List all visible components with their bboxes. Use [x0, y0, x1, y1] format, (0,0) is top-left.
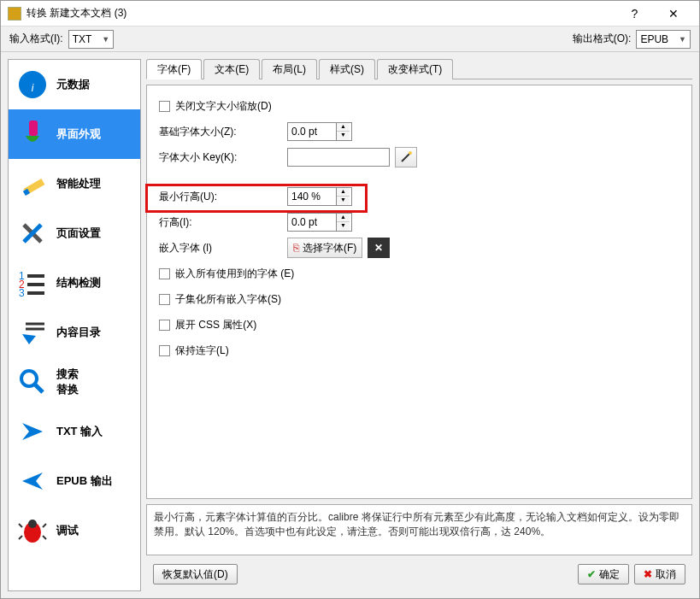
keep-ligatures-checkbox[interactable]: [159, 345, 170, 356]
right-column: 字体(F) 文本(E) 布局(L) 样式(S) 改变样式(T) 关闭文字大小缩放…: [146, 59, 692, 591]
svg-text:3: 3: [19, 287, 25, 298]
base-font-spinbox[interactable]: ▲▼: [287, 122, 352, 141]
svg-line-19: [19, 536, 22, 539]
output-format-combo[interactable]: EPUB ▼: [636, 30, 691, 49]
format-bar: 输入格式(I): TXT ▼ 输出格式(O): EPUB ▼: [1, 26, 699, 52]
spin-up-icon[interactable]: ▲: [337, 214, 350, 222]
sidebar-item-label: 页面设置: [56, 226, 101, 241]
chevron-down-icon: ▼: [102, 35, 109, 44]
wand-icon: [399, 150, 413, 164]
font-key-input[interactable]: [287, 148, 390, 167]
sidebar-item-label: 元数据: [56, 77, 90, 92]
svg-line-17: [19, 524, 22, 527]
disable-rescale-checkbox[interactable]: [159, 101, 170, 112]
close-button[interactable]: ✕: [654, 2, 692, 26]
ok-label: 确定: [599, 567, 620, 582]
svg-rect-2: [29, 120, 38, 136]
embed-all-checkbox[interactable]: [159, 268, 170, 279]
window-title: 转换 新建文本文档 (3): [26, 6, 615, 21]
main-area: i 元数据 界面外观 智能处理 页面设置: [1, 52, 699, 598]
spin-down-icon[interactable]: ▼: [337, 197, 350, 205]
subset-all-checkbox[interactable]: [159, 294, 170, 305]
sidebar-item-label: 界面外观: [56, 126, 101, 142]
font-file-icon: ⎘: [293, 242, 299, 254]
restore-label: 恢复默认值(D): [162, 567, 228, 582]
sidebar-item-debug[interactable]: 调试: [9, 506, 140, 555]
spin-up-icon[interactable]: ▲: [337, 123, 350, 132]
app-icon: [8, 7, 21, 21]
sidebar-item-search-replace[interactable]: 搜索 替换: [9, 357, 140, 407]
select-font-button[interactable]: ⎘ 选择字体(F): [287, 238, 362, 258]
svg-line-21: [402, 153, 410, 161]
svg-text:i: i: [32, 82, 34, 94]
sidebar-item-heuristic[interactable]: 智能处理: [9, 159, 140, 208]
min-line-spinbox[interactable]: ▲▼: [287, 187, 352, 206]
output-format-value: EPUB: [640, 33, 668, 45]
svg-point-16: [28, 520, 37, 528]
sidebar-item-label: TXT 输入: [56, 424, 103, 439]
brush-icon: [15, 117, 50, 151]
expand-css-label: 展开 CSS 属性(X): [175, 318, 256, 332]
tab-style[interactable]: 样式(S): [319, 59, 375, 79]
form-panel: 关闭文字大小缩放(D) 基础字体大小(Z): ▲▼ 字体大小 Key(K):: [146, 85, 692, 499]
line-height-label: 行高(I):: [159, 215, 287, 230]
sidebar: i 元数据 界面外观 智能处理 页面设置: [8, 59, 141, 591]
keep-ligatures-label: 保持连字(L): [175, 344, 229, 358]
tab-layout[interactable]: 布局(L): [262, 59, 317, 79]
check-icon: ✔: [587, 568, 596, 580]
base-font-label: 基础字体大小(Z):: [159, 125, 287, 139]
sidebar-item-structure[interactable]: 123 结构检测: [9, 258, 140, 308]
cross-icon: ✖: [644, 568, 652, 580]
clear-icon: ✕: [374, 242, 383, 254]
spin-down-icon[interactable]: ▼: [337, 132, 350, 140]
pencil-icon: [15, 167, 50, 201]
sidebar-item-label: 结构检测: [56, 275, 101, 291]
base-font-input[interactable]: [288, 126, 336, 138]
help-button[interactable]: ?: [615, 2, 654, 26]
restore-defaults-button[interactable]: 恢复默认值(D): [153, 564, 238, 584]
wizard-button[interactable]: [395, 147, 417, 167]
font-key-label: 字体大小 Key(K):: [159, 150, 287, 165]
sidebar-item-page-setup[interactable]: 页面设置: [9, 208, 140, 258]
info-icon: i: [15, 68, 50, 102]
list-icon: 123: [15, 266, 50, 300]
line-height-input[interactable]: [288, 216, 336, 228]
sidebar-item-txt-input[interactable]: TXT 输入: [9, 407, 140, 456]
sidebar-item-label: EPUB 输出: [56, 473, 113, 489]
chevron-down-icon: ▼: [679, 35, 686, 44]
svg-point-22: [409, 151, 412, 155]
tab-transform[interactable]: 改变样式(T): [377, 59, 453, 79]
help-text: 最小行高，元素字体计算值的百分比。calibre 将保证行中所有元素至少有此高度…: [154, 511, 679, 537]
sidebar-item-label: 搜索 替换: [56, 367, 79, 397]
search-icon: [15, 365, 50, 399]
cancel-button[interactable]: ✖ 取消: [634, 564, 685, 584]
ok-button[interactable]: ✔ 确定: [578, 564, 629, 584]
input-format-combo[interactable]: TXT ▼: [68, 30, 115, 49]
clear-font-button[interactable]: ✕: [368, 238, 390, 258]
tools-icon: [15, 216, 50, 250]
subset-all-label: 子集化所有嵌入字体(S): [175, 292, 281, 307]
min-line-input[interactable]: [288, 191, 336, 203]
tab-text[interactable]: 文本(E): [203, 59, 260, 79]
input-format-value: TXT: [73, 33, 92, 45]
disable-rescale-label: 关闭文字大小缩放(D): [175, 99, 272, 114]
sidebar-item-label: 调试: [56, 523, 79, 538]
tab-font[interactable]: 字体(F): [146, 59, 202, 79]
tab-strip: 字体(F) 文本(E) 布局(L) 样式(S) 改变样式(T): [146, 59, 692, 79]
line-height-spinbox[interactable]: ▲▼: [287, 213, 352, 232]
bottom-bar: 恢复默认值(D) ✔ 确定 ✖ 取消: [146, 561, 692, 591]
sidebar-item-metadata[interactable]: i 元数据: [9, 60, 140, 109]
spin-up-icon[interactable]: ▲: [337, 188, 350, 197]
cancel-label: 取消: [656, 567, 676, 582]
sidebar-item-look-feel[interactable]: 界面外观: [9, 109, 140, 159]
spin-down-icon[interactable]: ▼: [337, 222, 350, 231]
output-format-label: 输出格式(O):: [573, 32, 632, 46]
svg-line-14: [34, 384, 43, 392]
svg-line-20: [43, 536, 46, 539]
arrow-right-icon: [15, 414, 50, 449]
sidebar-item-label: 内容目录: [56, 325, 101, 340]
sidebar-item-toc[interactable]: 内容目录: [9, 308, 140, 357]
sidebar-item-epub-output[interactable]: EPUB 输出: [9, 456, 140, 506]
sidebar-item-label: 智能处理: [56, 176, 101, 191]
expand-css-checkbox[interactable]: [159, 320, 170, 331]
